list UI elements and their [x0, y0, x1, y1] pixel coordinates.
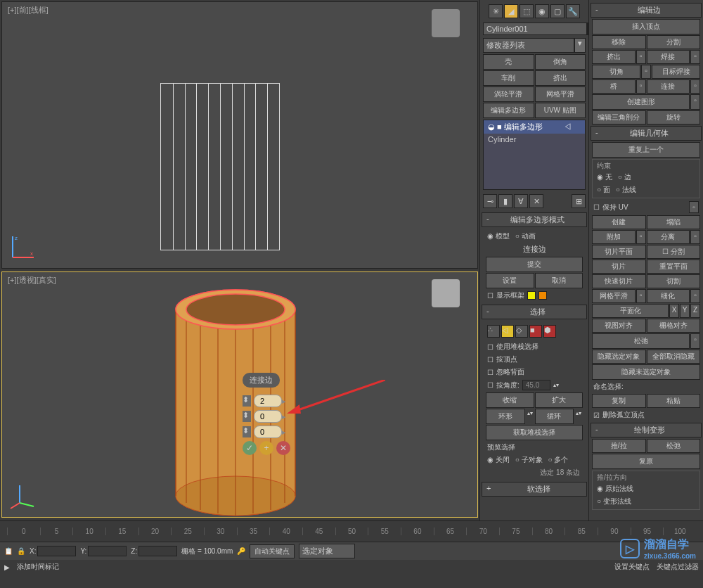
get-stack-button[interactable]: 获取堆栈选择	[486, 425, 583, 440]
set-key-button[interactable]: 设置关键点	[614, 562, 650, 572]
key-icon[interactable]: 🔑	[237, 547, 245, 555]
by-angle-checkbox[interactable]: ☐	[487, 381, 494, 389]
grow-button[interactable]: 扩大	[535, 392, 583, 408]
split2-button[interactable]: ☐ 分割	[647, 245, 701, 259]
settings-button[interactable]: 设置	[486, 273, 534, 288]
script-icon[interactable]: 📋	[4, 547, 13, 555]
vertex-mode-icon[interactable]: ∴	[487, 325, 500, 338]
show-cage-checkbox[interactable]: ☐	[487, 292, 494, 300]
rollout-edit-mode[interactable]: -编辑多边形模式	[482, 212, 587, 227]
configure-icon[interactable]: ⊞	[572, 194, 586, 208]
use-stack-checkbox[interactable]: ☐	[487, 343, 494, 351]
utilities-tab-icon[interactable]: 🔧	[566, 4, 580, 18]
bridge-settings-icon[interactable]: ▫	[636, 79, 646, 94]
rollout-edit-edges[interactable]: -编辑边	[591, 3, 702, 18]
cage-color2[interactable]	[538, 291, 547, 300]
connect-button[interactable]: 连接	[647, 79, 690, 94]
preview-multi-radio[interactable]: ○ 多个	[548, 455, 569, 465]
relax-button[interactable]: 松弛	[592, 333, 690, 349]
rollout-soft-selection[interactable]: +软选择	[482, 482, 587, 497]
shape-settings-icon[interactable]: ▫	[690, 94, 700, 110]
viewport-perspective[interactable]: [+][透视][真实]	[1, 271, 478, 518]
pinch-input[interactable]	[254, 410, 282, 423]
planar-x-button[interactable]: X	[669, 304, 679, 318]
create-button[interactable]: 创建	[592, 215, 646, 229]
x-input[interactable]	[37, 546, 76, 556]
remove-button[interactable]: 移除	[592, 35, 646, 49]
ring-button[interactable]: 环形	[486, 409, 525, 424]
rollout-selection[interactable]: -选择	[482, 305, 587, 319]
hierarchy-tab-icon[interactable]: ⬚	[520, 4, 534, 18]
copy-button[interactable]: 复制	[592, 394, 646, 408]
split-button[interactable]: 分割	[647, 35, 701, 49]
hide-unsel-button[interactable]: 隐藏未选定对象	[592, 364, 700, 380]
viewcube-icon[interactable]	[432, 279, 460, 307]
planarize-button[interactable]: 平面化	[592, 304, 669, 318]
timeline[interactable]: 0 5 10 15 20 25 30 35 40 45 50 55 60 65 …	[0, 520, 703, 542]
slide-input[interactable]	[254, 426, 282, 438]
extrude-settings-icon[interactable]: ▫	[636, 50, 646, 64]
attach-button[interactable]: 附加	[592, 230, 636, 244]
z-input[interactable]	[138, 546, 177, 556]
commit-button[interactable]: 提交	[486, 257, 583, 272]
add-marker-label[interactable]: 添加时间标记	[17, 562, 59, 572]
reset-plane-button[interactable]: 重置平面	[647, 260, 701, 274]
meshsmooth-button[interactable]: 网格平滑	[535, 87, 586, 102]
constraint-none-radio[interactable]: ◉ 无	[597, 172, 612, 182]
msmooth-settings-icon[interactable]: ▫	[636, 289, 646, 303]
weld-settings-icon[interactable]: ▫	[690, 50, 700, 64]
viewcube-icon[interactable]	[432, 9, 460, 37]
auto-key-button[interactable]: 自动关键点	[250, 544, 295, 558]
stack-item-cylinder[interactable]: Cylinder	[484, 134, 585, 145]
repeat-last-button[interactable]: 重复上一个	[592, 142, 700, 158]
unhide-all-button[interactable]: 全部取消隐藏	[647, 350, 701, 364]
constraint-normal-radio[interactable]: ○ 法线	[616, 185, 636, 195]
ignore-back-checkbox[interactable]: ☐	[487, 369, 494, 376]
cage-color1[interactable]	[527, 291, 536, 300]
radio-animate[interactable]: ○ 动画	[515, 231, 536, 241]
tess-settings-icon[interactable]: ▫	[690, 289, 700, 303]
create-tab-icon[interactable]: ✳	[489, 4, 503, 18]
lock-icon[interactable]: 🔒	[17, 547, 25, 555]
grid-align-button[interactable]: 栅格对齐	[647, 319, 701, 333]
relax-paint-button[interactable]: 松弛	[647, 439, 701, 453]
y-input[interactable]	[88, 546, 127, 556]
viewport-label-persp[interactable]: [+][透视][真实]	[8, 275, 56, 286]
unique-icon[interactable]: ∀	[514, 194, 528, 208]
constraint-face-radio[interactable]: ○ 面	[597, 185, 610, 195]
object-name-input[interactable]	[483, 23, 587, 35]
editpoly-button[interactable]: 编辑多边形	[483, 103, 534, 118]
deform-normal-radio[interactable]: ○ 变形法线	[597, 497, 631, 506]
weld-button[interactable]: 焊接	[647, 50, 690, 64]
cancel-button[interactable]: 取消	[535, 273, 583, 288]
spinner-icon[interactable]: ⬍	[243, 426, 251, 437]
modify-tab-icon[interactable]: ◢	[504, 4, 518, 18]
rollout-edit-geometry[interactable]: -编辑几何体	[591, 126, 702, 141]
chamfer-button[interactable]: 切角	[592, 65, 640, 79]
spinner-icon[interactable]: ⬍	[243, 395, 251, 407]
extrude-edge-button[interactable]: 挤出	[592, 50, 636, 64]
connect-settings-icon[interactable]: ▫	[690, 79, 700, 94]
border-mode-icon[interactable]: ◇	[515, 325, 528, 338]
radio-model[interactable]: ◉ 模型	[487, 231, 510, 241]
collapse-button[interactable]: 塌陷	[647, 215, 701, 229]
view-align-button[interactable]: 视图对齐	[592, 319, 646, 333]
turbosmooth-button[interactable]: 涡轮平滑	[483, 87, 534, 102]
insert-vertex-button[interactable]: 插入顶点	[592, 19, 700, 34]
attach-settings-icon[interactable]: ▫	[636, 230, 646, 244]
paste-button[interactable]: 粘贴	[647, 394, 701, 408]
rollout-paint-deform[interactable]: -绘制变形	[591, 423, 702, 437]
create-shape-button[interactable]: 创建图形	[592, 94, 690, 110]
chamfer-settings-icon[interactable]: ▫	[641, 65, 651, 79]
modifier-stack[interactable]: ◒ ■ 编辑多边形 ◁ Cylinder	[483, 120, 586, 190]
apply-button[interactable]: +	[259, 441, 273, 455]
pin-stack-icon[interactable]: ⊸	[483, 194, 497, 208]
extrude-button[interactable]: 挤出	[535, 70, 586, 86]
preserve-uv-checkbox[interactable]: ☐	[593, 203, 600, 211]
preserve-uv-settings-icon[interactable]: ▫	[689, 201, 699, 213]
uvwmap-button[interactable]: UVW 贴图	[535, 103, 586, 118]
polygon-mode-icon[interactable]: ■	[529, 325, 542, 338]
stack-item-editpoly[interactable]: ◒ ■ 编辑多边形 ◁	[484, 120, 585, 134]
cancel-button[interactable]: ✕	[276, 441, 290, 455]
spinner-icon[interactable]: ⬍	[243, 411, 251, 422]
